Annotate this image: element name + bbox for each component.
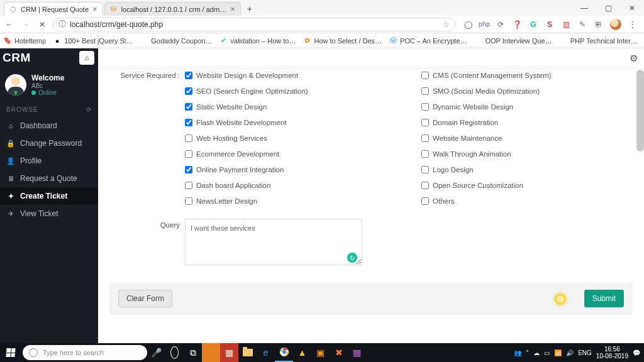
- taskbar-app-purple[interactable]: ▩: [348, 343, 366, 362]
- service-option[interactable]: CMS (Content Management System): [421, 72, 633, 79]
- taskbar-app-1[interactable]: [202, 343, 220, 362]
- service-option[interactable]: Dynamic Website Design: [421, 103, 633, 111]
- grammarly-icon[interactable]: ↻: [347, 253, 357, 263]
- minimize-button[interactable]: —: [572, 0, 596, 16]
- volume-icon[interactable]: 🔊: [566, 349, 574, 356]
- service-checkbox[interactable]: [185, 72, 192, 79]
- nav-create-ticket[interactable]: ✦Create Ticket: [0, 187, 98, 205]
- service-checkbox[interactable]: [185, 134, 192, 142]
- service-option[interactable]: Domain Registration: [421, 119, 633, 126]
- task-view-icon[interactable]: ⧉: [184, 343, 202, 362]
- edge-icon[interactable]: e: [257, 343, 275, 362]
- service-option[interactable]: Static Website Design: [185, 103, 396, 111]
- service-option[interactable]: Online Payment Integration: [185, 166, 396, 173]
- taskbar-search-input[interactable]: Type here to search: [23, 345, 147, 360]
- url-input[interactable]: ⓘ localhost/crm/get-quote.php ☆: [53, 18, 455, 31]
- service-option[interactable]: Ecommerce Development: [185, 150, 396, 158]
- service-option[interactable]: Others: [421, 197, 633, 205]
- service-checkbox[interactable]: [421, 103, 429, 111]
- profile-avatar-icon[interactable]: [610, 19, 621, 30]
- service-checkbox[interactable]: [185, 87, 192, 95]
- ext-icon-php[interactable]: php: [479, 19, 489, 30]
- service-option[interactable]: Open Source Customization: [421, 182, 633, 189]
- service-checkbox[interactable]: [421, 87, 429, 95]
- query-textarea[interactable]: [185, 219, 362, 265]
- site-info-icon[interactable]: ⓘ: [58, 19, 66, 30]
- mic-icon[interactable]: 🎤: [147, 343, 165, 362]
- service-option[interactable]: NewsLetter Design: [185, 197, 396, 205]
- nav-change-password[interactable]: 🔒Change Password: [0, 134, 98, 152]
- bookmark-godaddy[interactable]: Godaddy Coupon…: [140, 37, 212, 45]
- ext-icon-shield[interactable]: ⛨: [594, 19, 604, 30]
- browser-tab-inactive[interactable]: ⛁ localhost / 127.0.0.1 / crm / adm… ×: [104, 2, 241, 16]
- chrome-icon[interactable]: [275, 343, 293, 362]
- service-checkbox[interactable]: [185, 197, 192, 205]
- onedrive-icon[interactable]: ☁: [533, 349, 540, 356]
- ext-icon-edit[interactable]: ✎: [577, 19, 587, 30]
- service-checkbox[interactable]: [185, 119, 192, 126]
- bookmark-validation[interactable]: ✔validation – How to…: [220, 37, 296, 45]
- close-icon[interactable]: ×: [230, 4, 235, 14]
- service-checkbox[interactable]: [421, 119, 429, 126]
- xampp-icon[interactable]: ✖: [330, 343, 348, 362]
- cortana-ring-icon[interactable]: [165, 343, 184, 362]
- service-checkbox[interactable]: [421, 150, 429, 158]
- service-option[interactable]: SMO (Social Media Optimization): [421, 87, 633, 95]
- ext-icon-grid[interactable]: ▥: [561, 19, 571, 30]
- bookmark-poc[interactable]: ⓌPOC – An Encrypte…: [389, 37, 467, 45]
- service-checkbox[interactable]: [421, 182, 429, 189]
- language-indicator[interactable]: ENG: [578, 349, 592, 356]
- nav-view-ticket[interactable]: ✈View Ticket: [0, 205, 98, 222]
- service-option[interactable]: SEO (Search Engine Optimization): [185, 87, 396, 95]
- home-icon[interactable]: ⌂: [79, 51, 94, 65]
- nav-request-quote[interactable]: ≣Request a Quote: [0, 170, 98, 187]
- bookmark-jquery[interactable]: ●100+ Best jQuery Sl…: [53, 37, 133, 45]
- service-checkbox[interactable]: [185, 103, 192, 111]
- tray-chevron-up-icon[interactable]: ˄: [526, 349, 529, 356]
- ext-icon-g[interactable]: G: [528, 19, 538, 30]
- service-option[interactable]: Flash Website Development: [185, 119, 396, 126]
- service-option[interactable]: Website Design & Development: [185, 72, 396, 79]
- nav-profile[interactable]: 👤Profile: [0, 152, 98, 170]
- service-checkbox[interactable]: [421, 166, 429, 173]
- ext-icon-s[interactable]: S: [545, 19, 555, 30]
- bookmark-oop[interactable]: OOP Interview Que…: [474, 37, 552, 45]
- service-checkbox[interactable]: [185, 150, 192, 158]
- stop-reload-button[interactable]: ✕: [36, 19, 48, 30]
- maximize-button[interactable]: ▢: [596, 0, 620, 16]
- bookmark-select[interactable]: ✿How to Select / Des…: [303, 37, 382, 45]
- sublime-icon[interactable]: ▣: [311, 343, 330, 362]
- window-close-button[interactable]: ✕: [620, 0, 644, 16]
- close-icon[interactable]: ×: [92, 4, 97, 14]
- start-button[interactable]: [0, 343, 21, 362]
- taskbar-clock[interactable]: 16:56 10-08-2019: [596, 346, 628, 359]
- nav-dashboard[interactable]: ⌂Dashboard: [0, 117, 98, 134]
- notifications-icon[interactable]: 💬: [633, 349, 640, 356]
- forward-button[interactable]: →: [20, 19, 31, 30]
- service-option[interactable]: Logo Design: [421, 166, 633, 173]
- service-checkbox[interactable]: [421, 134, 429, 142]
- service-checkbox[interactable]: [421, 197, 429, 205]
- taskbar-app-2[interactable]: ▦: [220, 343, 238, 362]
- scrollbar-thumb[interactable]: [636, 70, 644, 151]
- file-explorer-icon[interactable]: [238, 343, 257, 362]
- wifi-icon[interactable]: 📶: [554, 349, 562, 356]
- people-icon[interactable]: 👥: [514, 349, 521, 356]
- clear-form-button[interactable]: Clear Form: [118, 290, 172, 307]
- bookmark-hoteltemp[interactable]: 🔖Hoteltemp: [4, 37, 46, 45]
- service-option[interactable]: Web Hosting Services: [185, 134, 396, 142]
- vlc-icon[interactable]: ▲: [293, 343, 311, 362]
- ext-icon-help[interactable]: ❓: [512, 19, 522, 30]
- bookmark-star-icon[interactable]: ☆: [443, 20, 450, 29]
- ext-icon-circle[interactable]: ◯: [463, 19, 473, 30]
- service-checkbox[interactable]: [185, 182, 192, 189]
- back-button[interactable]: ←: [4, 19, 15, 30]
- service-option[interactable]: Website Maintenance: [421, 134, 633, 142]
- submit-button[interactable]: Submit: [584, 290, 624, 307]
- refresh-icon[interactable]: ⟳: [86, 106, 92, 113]
- gear-icon[interactable]: ⚙: [630, 53, 638, 64]
- service-option[interactable]: Walk Through Animation: [421, 150, 633, 158]
- browser-tab-active[interactable]: ◌ CRM | Request Quote ×: [4, 2, 103, 16]
- new-tab-button[interactable]: +: [242, 2, 257, 16]
- battery-icon[interactable]: ▭: [544, 349, 550, 356]
